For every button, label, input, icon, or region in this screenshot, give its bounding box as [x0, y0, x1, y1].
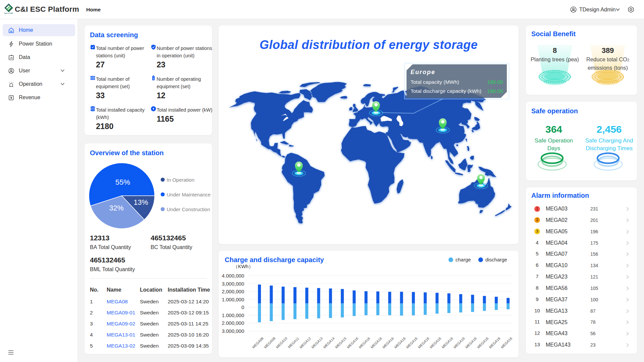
svg-text:MEGA08: MEGA08: [251, 336, 264, 349]
svg-text:MEGA16: MEGA16: [370, 336, 383, 349]
svg-text:MEGA16: MEGA16: [452, 336, 466, 349]
svg-text:MEGA16: MEGA16: [417, 336, 430, 349]
svg-text:MEGA16: MEGA16: [358, 336, 371, 349]
svg-text:MEGA16: MEGA16: [346, 336, 359, 349]
svg-text:MEGA16: MEGA16: [441, 336, 454, 349]
svg-text:3,000,000: 3,000,000: [222, 281, 244, 287]
svg-text:2.000,000: 2.000,000: [222, 320, 244, 326]
svg-text:MEGA16: MEGA16: [465, 336, 478, 349]
svg-text:M&X LI-POWER: M&X LI-POWER: [4, 13, 13, 14]
svg-text:MEGA16: MEGA16: [476, 336, 489, 349]
svg-text:MEGA13: MEGA13: [311, 336, 324, 349]
svg-text:MEGA14: MEGA14: [322, 336, 335, 349]
svg-text:（KWh）: （KWh）: [233, 264, 253, 269]
svg-text:1.000,000: 1.000,000: [222, 297, 244, 302]
svg-text:MEGA11: MEGA11: [287, 336, 300, 349]
svg-text:4.000,000: 4.000,000: [222, 273, 244, 279]
svg-text:1.000,000: 1.000,000: [222, 312, 244, 318]
svg-text:MEGA16: MEGA16: [488, 336, 501, 349]
svg-text:MEGA16: MEGA16: [500, 336, 513, 349]
svg-text:MEGA16: MEGA16: [393, 336, 407, 349]
svg-text:2,000,000: 2,000,000: [222, 289, 244, 294]
svg-text:MEGA09: MEGA09: [263, 336, 276, 349]
svg-text:32%: 32%: [109, 204, 123, 212]
svg-text:MEGA16: MEGA16: [429, 336, 442, 349]
svg-text:MEGA15: MEGA15: [334, 336, 347, 349]
svg-text:55%: 55%: [115, 178, 130, 186]
svg-text:13%: 13%: [133, 198, 148, 206]
svg-text:MEGA10: MEGA10: [275, 336, 288, 349]
svg-text:0: 0: [241, 304, 244, 310]
svg-text:3.000,000: 3.000,000: [222, 328, 244, 334]
svg-text:MEGA12: MEGA12: [299, 336, 312, 349]
svg-text:MEGA16: MEGA16: [382, 336, 395, 349]
svg-text:MEGA16: MEGA16: [405, 336, 418, 349]
